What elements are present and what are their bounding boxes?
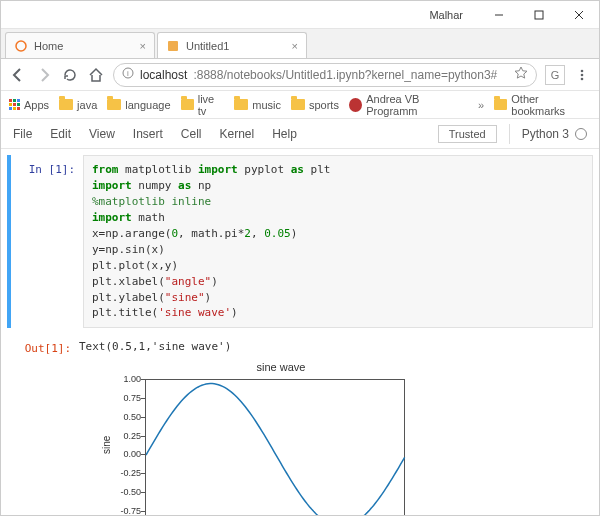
info-icon: i [122, 67, 134, 82]
window-titlebar: Malhar [1, 1, 599, 29]
bookmark-folder-sports[interactable]: sports [291, 99, 339, 111]
chart-ytick-label: -0.75 [107, 506, 141, 516]
divider [509, 124, 510, 144]
reload-button[interactable] [61, 66, 79, 84]
folder-icon [291, 99, 305, 110]
home-button[interactable] [87, 66, 105, 84]
close-icon[interactable]: × [140, 40, 146, 52]
chart-ytick-label: -0.25 [107, 468, 141, 478]
code-cell[interactable]: In [1]: from matplotlib import pyplot as… [7, 155, 593, 328]
forward-button[interactable] [35, 66, 53, 84]
chart-title: sine wave [139, 361, 423, 373]
chart-ytick-label: 0.50 [107, 412, 141, 422]
kernel-status-icon [575, 128, 587, 140]
menu-help[interactable]: Help [272, 127, 297, 141]
svg-rect-5 [168, 41, 178, 51]
apps-button[interactable]: Apps [9, 99, 49, 111]
bookmark-folder-livetv[interactable]: live tv [181, 93, 225, 117]
google-search-button[interactable]: G [545, 65, 565, 85]
svg-point-9 [581, 73, 584, 76]
trusted-button[interactable]: Trusted [438, 125, 497, 143]
output-text: Text(0.5,1,'sine wave') [79, 334, 593, 355]
notebook-icon [166, 39, 180, 53]
star-icon[interactable] [514, 66, 528, 83]
menu-insert[interactable]: Insert [133, 127, 163, 141]
output-row: Out[1]: Text(0.5,1,'sine wave') [7, 334, 593, 355]
browser-tabstrip: Home × Untitled1 × [1, 29, 599, 59]
kernel-indicator[interactable]: Python 3 [522, 127, 587, 141]
url-path: :8888/notebooks/Untitled1.ipynb?kernel_n… [193, 68, 497, 82]
jupyter-icon [14, 39, 28, 53]
window-user-label: Malhar [429, 9, 463, 21]
svg-point-8 [581, 69, 584, 72]
back-button[interactable] [9, 66, 27, 84]
menu-file[interactable]: File [13, 127, 32, 141]
menu-edit[interactable]: Edit [50, 127, 71, 141]
bookmark-folder-music[interactable]: music [234, 99, 281, 111]
browser-tab-home[interactable]: Home × [5, 32, 155, 58]
bookmark-bar: Apps java language live tv music sports … [1, 91, 599, 119]
close-button[interactable] [559, 1, 599, 29]
browser-menu-button[interactable] [573, 66, 591, 84]
close-icon[interactable]: × [292, 40, 298, 52]
browser-tab-notebook[interactable]: Untitled1 × [157, 32, 307, 58]
other-bookmarks-button[interactable]: Other bookmarks [494, 93, 591, 117]
chart-output: sine wave 1.000.750.500.250.00-0.25-0.50… [105, 361, 593, 516]
bookmark-folder-language[interactable]: language [107, 99, 170, 111]
svg-text:i: i [127, 69, 129, 78]
output-prompt: Out[1]: [7, 334, 79, 355]
folder-icon [494, 99, 507, 110]
address-input[interactable]: i localhost:8888/notebooks/Untitled1.ipy… [113, 63, 537, 87]
chart-ytick-label: 0.75 [107, 393, 141, 403]
chart-axes [145, 379, 405, 516]
tab-label: Home [34, 40, 63, 52]
bookmark-folder-java[interactable]: java [59, 99, 97, 111]
minimize-button[interactable] [479, 1, 519, 29]
chart-ytick-label: 1.00 [107, 374, 141, 384]
tab-label: Untitled1 [186, 40, 229, 52]
chart-ytick-label: 0.25 [107, 431, 141, 441]
browser-addressbar: i localhost:8888/notebooks/Untitled1.ipy… [1, 59, 599, 91]
menu-view[interactable]: View [89, 127, 115, 141]
menu-kernel[interactable]: Kernel [220, 127, 255, 141]
bookmark-overflow-button[interactable]: » [478, 99, 484, 111]
url-host: localhost [140, 68, 187, 82]
svg-point-4 [16, 41, 26, 51]
site-icon [349, 98, 362, 112]
chart-plot: 1.000.750.500.250.00-0.25-0.50-0.75-1.00… [105, 375, 425, 516]
folder-icon [234, 99, 248, 110]
apps-icon [9, 99, 20, 110]
bookmark-andreavb[interactable]: Andrea VB Programm [349, 93, 468, 117]
chart-ytick-label: 0.00 [107, 449, 141, 459]
maximize-button[interactable] [519, 1, 559, 29]
svg-rect-1 [535, 11, 543, 19]
chart-ylabel: sine [101, 436, 112, 454]
folder-icon [59, 99, 73, 110]
folder-icon [107, 99, 121, 110]
input-prompt: In [1]: [11, 155, 83, 328]
code-editor[interactable]: from matplotlib import pyplot as plt imp… [83, 155, 593, 328]
svg-point-10 [581, 77, 584, 80]
jupyter-menubar: File Edit View Insert Cell Kernel Help T… [1, 119, 599, 149]
menu-cell[interactable]: Cell [181, 127, 202, 141]
folder-icon [181, 99, 194, 110]
chart-ytick-label: -0.50 [107, 487, 141, 497]
notebook-area: In [1]: from matplotlib import pyplot as… [1, 149, 599, 516]
chart-line [146, 380, 406, 516]
